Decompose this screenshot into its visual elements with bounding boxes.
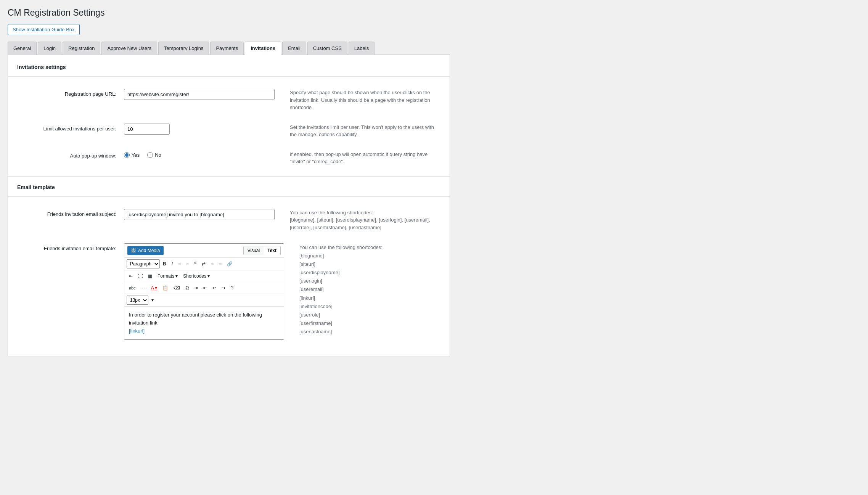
tab-text[interactable]: Text [264, 246, 280, 255]
shortcode-siteurl: [siteurl] [299, 261, 315, 267]
reg-page-url-input[interactable] [124, 89, 275, 100]
auto-popup-no-label: No [155, 152, 161, 158]
friends-subject-input[interactable] [124, 209, 275, 220]
auto-popup-yes-label: Yes [132, 152, 140, 158]
auto-popup-control: Yes No [124, 151, 275, 158]
shortcode-linkurl: [linkurl] [299, 295, 315, 301]
shortcodes-button[interactable]: Shortcodes ▾ [181, 272, 212, 280]
align-left-button[interactable]: ⇄ [199, 260, 208, 268]
font-size-row: 13px ▾ [124, 294, 284, 307]
email-editor: 🖼 Add Media Visual Text Paragraph [124, 243, 284, 340]
link-button[interactable]: 🔗 [225, 260, 235, 268]
tab-registration[interactable]: Registration [63, 42, 100, 55]
friends-template-row: Friends invitation email template: 🖼 Add… [8, 239, 450, 344]
shortcodes-help-title: You can use the following shortcodes: [299, 244, 383, 250]
shortcodes-list: You can use the following shortcodes: [b… [299, 243, 440, 336]
tab-visual[interactable]: Visual [244, 246, 264, 255]
shortcode-userfirstname: [userfirstname] [299, 320, 332, 326]
tab-general[interactable]: General [8, 42, 37, 55]
tab-payments[interactable]: Payments [210, 42, 244, 55]
email-template-title: Email template [8, 184, 450, 197]
auto-popup-yes-option[interactable]: Yes [124, 152, 140, 158]
align-center-button[interactable]: ≡ [209, 260, 216, 268]
formats-button[interactable]: Formats ▾ [155, 272, 180, 280]
section-divider [8, 176, 450, 177]
friends-subject-label: Friends invitation email subject: [17, 209, 124, 217]
italic-button[interactable]: I [169, 260, 175, 268]
editor-topbar: 🖼 Add Media Visual Text [124, 244, 284, 258]
auto-popup-no-option[interactable]: No [147, 152, 161, 158]
friends-subject-help: You can use the following shortcodes: [b… [275, 209, 440, 231]
outdent-button[interactable]: ⇤ [201, 284, 209, 292]
auto-popup-row: Auto pop-up window: Yes No If enabled, t… [8, 146, 450, 170]
add-media-label: Add Media [138, 248, 160, 253]
shortcode-userlogin: [userlogin] [299, 278, 322, 284]
tab-custom-css[interactable]: Custom CSS [307, 42, 347, 55]
shortcode-userlastname: [userlastname] [299, 329, 332, 334]
friends-subject-row: Friends invitation email subject: You ca… [8, 204, 450, 236]
reg-page-url-help: Specify what page should be shown when t… [275, 89, 440, 111]
tab-temporary-logins[interactable]: Temporary Logins [158, 42, 209, 55]
strikethrough-button[interactable]: abc [127, 284, 138, 292]
font-size-arrow[interactable]: ▾ [149, 296, 156, 304]
shortcode-userrole: [userrole] [299, 312, 320, 318]
add-media-button[interactable]: 🖼 Add Media [127, 246, 164, 255]
shortcode-useremail: [useremail] [299, 286, 324, 292]
toolbar-row-2: ⇤ ⛶ ▦ Formats ▾ Shortcodes ▾ [124, 270, 284, 282]
editor-link[interactable]: [linkurl] [129, 328, 145, 334]
install-guide-button[interactable]: Show Installation Guide Box [8, 24, 80, 35]
paste-text-button[interactable]: 📋 [160, 284, 170, 292]
clear-format-button[interactable]: ⌫ [171, 284, 182, 292]
content-panel: Invitations settings Registration page U… [8, 55, 450, 357]
limit-invitations-label: Limit allowed invitations per user: [17, 124, 124, 132]
align-right-button[interactable]: ≡ [217, 260, 224, 268]
tab-invitations[interactable]: Invitations [245, 42, 281, 55]
tab-approve-new-users[interactable]: Approve New Users [101, 42, 157, 55]
auto-popup-label: Auto pop-up window: [17, 151, 124, 159]
auto-popup-no-radio[interactable] [147, 152, 153, 158]
limit-invitations-row: Limit allowed invitations per user: Set … [8, 119, 450, 143]
dash-button[interactable]: — [139, 284, 148, 292]
bold-button[interactable]: B [161, 260, 169, 268]
friends-template-help: You can use the following shortcodes: [b… [284, 243, 440, 336]
format-select[interactable]: Paragraph [127, 259, 160, 268]
tab-login[interactable]: Login [38, 42, 61, 55]
special-char-button[interactable]: Ω [183, 284, 191, 292]
limit-invitations-input[interactable] [124, 124, 170, 135]
text-color-button[interactable]: A ▾ [149, 284, 160, 292]
shortcode-userdisplayname: [userdisplayname] [299, 270, 340, 275]
friends-template-control: 🖼 Add Media Visual Text Paragraph [124, 243, 284, 340]
tab-labels[interactable]: Labels [349, 42, 375, 55]
blockquote-button[interactable]: ❝ [192, 260, 199, 268]
auto-popup-help: If enabled, then pop-up will open automa… [275, 151, 440, 166]
toolbar-row-3: abc — A ▾ 📋 ⌫ Ω ⇥ ⇤ ↩ ↪ ? [124, 282, 284, 294]
visual-text-tabs: Visual Text [243, 246, 281, 255]
add-media-icon: 🖼 [131, 248, 136, 253]
shortcode-invitationcode: [invitationcode] [299, 304, 333, 309]
reg-page-url-label: Registration page URL: [17, 89, 124, 97]
redo-button[interactable]: ↪ [219, 284, 228, 292]
font-size-select[interactable]: 13px [127, 296, 148, 305]
page-title: CM Registration Settings [8, 8, 450, 18]
auto-popup-radio-group: Yes No [124, 151, 275, 158]
reg-page-url-control [124, 89, 275, 100]
help-button[interactable]: ? [228, 284, 236, 292]
tabs-bar: General Login Registration Approve New U… [8, 41, 450, 55]
ol-button[interactable]: ≡ [184, 260, 191, 268]
reg-page-url-row: Registration page URL: Specify what page… [8, 84, 450, 116]
limit-invitations-control [124, 124, 275, 135]
friends-subject-help-title: You can use the following shortcodes: [290, 210, 373, 215]
editor-content-area[interactable]: In order to register your account please… [124, 307, 284, 339]
auto-popup-yes-radio[interactable] [124, 152, 130, 158]
indent-button[interactable]: ⇥ [192, 284, 200, 292]
kitchen-sink-button[interactable]: ▦ [146, 272, 154, 280]
ul-button[interactable]: ≡ [176, 260, 183, 268]
undo-button[interactable]: ↩ [210, 284, 219, 292]
editor-line1: In order to register your account please… [129, 312, 262, 326]
tab-email[interactable]: Email [282, 42, 306, 55]
invitations-settings-title: Invitations settings [8, 64, 450, 77]
friends-template-label: Friends invitation email template: [17, 243, 124, 251]
indent-left-button[interactable]: ⇤ [127, 272, 135, 280]
fullscreen-button[interactable]: ⛶ [136, 272, 145, 280]
friends-subject-control [124, 209, 275, 220]
